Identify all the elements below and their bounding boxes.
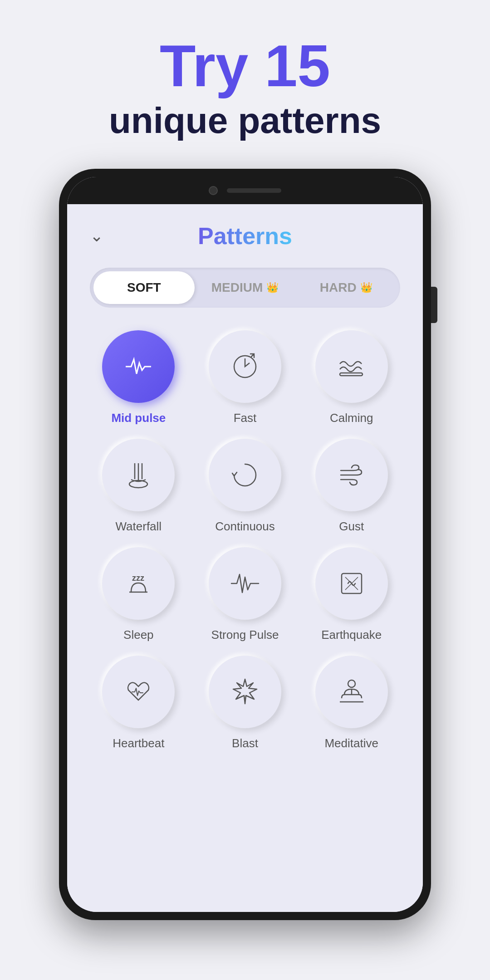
- calming-label: Calming: [330, 411, 373, 425]
- segment-hard-label: HARD: [320, 280, 357, 295]
- fast-circle: [209, 330, 281, 403]
- hard-crown: 👑: [360, 282, 372, 294]
- pattern-earthquake[interactable]: Earthquake: [303, 547, 400, 642]
- strong-pulse-icon: [229, 567, 261, 600]
- subtitle: unique patterns: [0, 100, 490, 142]
- app-header: ⌄ Patterns: [90, 222, 400, 250]
- sleep-icon: zzz: [122, 567, 155, 600]
- pattern-mid-pulse[interactable]: Mid pulse: [90, 330, 187, 425]
- meditative-label: Meditative: [324, 736, 378, 750]
- speaker: [227, 188, 281, 193]
- pattern-blast[interactable]: Blast: [196, 656, 294, 750]
- meditative-circle: [315, 656, 388, 728]
- meditative-icon: [335, 676, 368, 708]
- header-section: Try 15 unique patterns: [0, 0, 490, 160]
- segment-hard[interactable]: HARD 👑: [295, 271, 397, 304]
- waterfall-label: Waterfall: [116, 519, 162, 534]
- pattern-heartbeat[interactable]: Heartbeat: [90, 656, 187, 750]
- pattern-waterfall[interactable]: Waterfall: [90, 439, 187, 534]
- segmented-control: SOFT MEDIUM 👑 HARD 👑: [90, 268, 400, 308]
- gust-icon: [335, 459, 368, 491]
- waterfall-icon: [122, 459, 155, 491]
- pattern-meditative[interactable]: Meditative: [303, 656, 400, 750]
- earthquake-circle: [315, 547, 388, 620]
- segment-soft[interactable]: SOFT: [93, 271, 195, 304]
- app-screen: ⌄ Patterns SOFT MEDIUM 👑 HARD 👑: [67, 204, 423, 912]
- side-button: [431, 287, 437, 323]
- gust-label: Gust: [339, 519, 364, 534]
- blast-label: Blast: [232, 736, 258, 750]
- continuous-label: Continuous: [215, 519, 275, 534]
- calming-circle: [315, 330, 388, 403]
- svg-rect-1: [340, 373, 363, 376]
- continuous-icon: [229, 459, 261, 491]
- waterfall-circle: [102, 439, 175, 511]
- pattern-continuous[interactable]: Continuous: [196, 439, 294, 534]
- mid-pulse-circle: [102, 330, 175, 403]
- heartbeat-icon: [122, 676, 155, 708]
- strong-pulse-circle: [209, 547, 281, 620]
- calming-icon: [335, 350, 368, 383]
- pattern-fast[interactable]: Fast: [196, 330, 294, 425]
- pattern-gust[interactable]: Gust: [303, 439, 400, 534]
- mid-pulse-label: Mid pulse: [111, 411, 166, 425]
- try-number: Try 15: [0, 36, 490, 95]
- patterns-grid: Mid pulse Fast: [90, 330, 400, 750]
- gust-circle: [315, 439, 388, 511]
- notch-bar: [67, 177, 423, 204]
- continuous-circle: [209, 439, 281, 511]
- blast-circle: [209, 656, 281, 728]
- segment-medium-label: MEDIUM: [211, 280, 263, 295]
- earthquake-label: Earthquake: [321, 628, 382, 642]
- phone-outer: ⌄ Patterns SOFT MEDIUM 👑 HARD 👑: [59, 169, 431, 920]
- strong-pulse-label: Strong Pulse: [211, 628, 279, 642]
- fast-label: Fast: [234, 411, 257, 425]
- segment-medium[interactable]: MEDIUM 👑: [195, 271, 296, 304]
- segment-soft-label: SOFT: [127, 280, 161, 295]
- app-title: Patterns: [198, 222, 292, 250]
- sleep-label: Sleep: [123, 628, 154, 642]
- svg-text:zzz: zzz: [132, 573, 144, 583]
- phone-mockup: ⌄ Patterns SOFT MEDIUM 👑 HARD 👑: [59, 169, 431, 920]
- camera: [209, 186, 218, 195]
- pattern-calming[interactable]: Calming: [303, 330, 400, 425]
- sleep-circle: zzz: [102, 547, 175, 620]
- fast-icon: [229, 350, 261, 383]
- pattern-strong-pulse[interactable]: Strong Pulse: [196, 547, 294, 642]
- heartbeat-label: Heartbeat: [113, 736, 164, 750]
- pattern-sleep[interactable]: zzz Sleep: [90, 547, 187, 642]
- medium-crown: 👑: [266, 282, 279, 294]
- phone-inner: ⌄ Patterns SOFT MEDIUM 👑 HARD 👑: [67, 177, 423, 912]
- blast-icon: [229, 676, 261, 708]
- mid-pulse-icon: [122, 350, 155, 383]
- heartbeat-circle: [102, 656, 175, 728]
- earthquake-icon: [335, 567, 368, 600]
- back-button[interactable]: ⌄: [90, 226, 103, 245]
- svg-point-8: [348, 680, 355, 687]
